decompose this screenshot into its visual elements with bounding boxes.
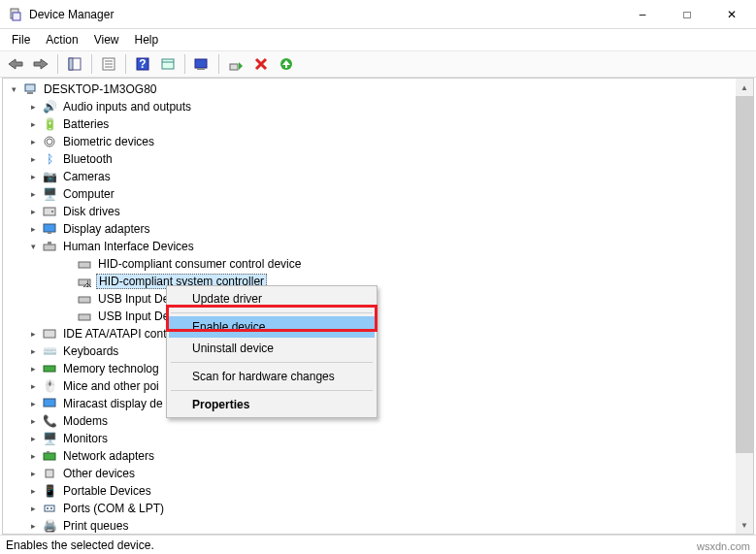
tree-panel: ▾ DESKTOP-1M3OG80 ▸🔊Audio inputs and out… (2, 78, 754, 535)
expander-closed-icon[interactable]: ▸ (26, 379, 40, 393)
menu-help[interactable]: Help (127, 31, 167, 49)
expander-closed-icon[interactable]: ▸ (26, 397, 40, 410)
show-hide-console-tree-icon[interactable] (63, 52, 86, 76)
expander-closed-icon[interactable]: ▸ (26, 170, 40, 183)
update-driver-icon[interactable] (275, 52, 298, 76)
menu-action[interactable]: Action (38, 31, 85, 49)
expander-closed-icon[interactable]: ▸ (26, 414, 40, 428)
menu-view[interactable]: View (86, 31, 127, 49)
context-enable-device[interactable]: Enable device (169, 316, 375, 338)
expander-closed-icon[interactable]: ▸ (26, 502, 40, 515)
camera-icon: 📷 (42, 169, 57, 184)
menu-bar: File Action View Help (0, 29, 756, 50)
tree-leaf-hid-consumer[interactable]: ▸HID-compliant consumer control device (3, 255, 736, 273)
svg-rect-29 (48, 232, 51, 234)
context-separator (171, 390, 373, 391)
back-button[interactable] (4, 52, 27, 76)
scrollbar-track[interactable] (736, 96, 753, 516)
action-icon[interactable] (156, 52, 180, 76)
menu-file[interactable]: File (4, 31, 38, 49)
properties-icon[interactable] (97, 52, 120, 76)
tree-node-audio[interactable]: ▸🔊Audio inputs and outputs (3, 98, 736, 115)
context-scan-hardware[interactable]: Scan for hardware changes (169, 366, 375, 387)
enable-device-icon[interactable] (224, 52, 247, 76)
tree-root[interactable]: ▾ DESKTOP-1M3OG80 (3, 81, 736, 98)
svg-marker-17 (239, 62, 243, 70)
tree-node-hid[interactable]: ▾Human Interface Devices (3, 238, 736, 255)
svg-rect-5 (69, 58, 73, 70)
expander-closed-icon[interactable]: ▸ (26, 152, 40, 166)
expander-closed-icon[interactable]: ▸ (26, 187, 40, 201)
expander-closed-icon[interactable]: ▸ (26, 344, 40, 358)
help-icon[interactable]: ? (131, 52, 154, 76)
window-title: Device Manager (29, 8, 620, 21)
tree-node-network[interactable]: ▸Network adapters (3, 447, 736, 465)
context-properties[interactable]: Properties (169, 394, 375, 415)
tree-node-batteries[interactable]: ▸🔋Batteries (3, 115, 736, 133)
status-text: Enables the selected device. (6, 538, 154, 552)
expander-closed-icon[interactable]: ▸ (26, 519, 40, 533)
expander-open-icon[interactable]: ▾ (7, 82, 20, 96)
scroll-down-icon[interactable]: ▼ (736, 516, 753, 534)
expander-open-icon[interactable]: ▾ (26, 240, 40, 253)
tree-root-label: DESKTOP-1M3OG80 (42, 82, 158, 96)
tree-node-biometric[interactable]: ▸Biometric devices (3, 133, 736, 150)
mouse-icon: 🖱️ (42, 378, 57, 394)
svg-rect-44 (45, 505, 54, 511)
expander-closed-icon[interactable]: ▸ (26, 117, 40, 131)
expander-closed-icon[interactable]: ▸ (26, 432, 40, 445)
tree-node-monitors[interactable]: ▸🖥️Monitors (3, 430, 736, 447)
vertical-scrollbar[interactable]: ▲ ▼ (736, 79, 753, 534)
svg-marker-2 (9, 59, 22, 69)
expander-closed-icon[interactable]: ▸ (26, 222, 40, 236)
svg-rect-32 (79, 262, 90, 268)
svg-rect-15 (197, 68, 205, 70)
tree-node-display[interactable]: ▸Display adapters (3, 220, 736, 238)
tree-node-print[interactable]: ▸🖨️Print queues (3, 517, 736, 534)
expander-closed-icon[interactable]: ▸ (26, 135, 40, 148)
expander-closed-icon[interactable]: ▸ (26, 100, 40, 114)
svg-rect-43 (46, 470, 53, 477)
expander-closed-icon[interactable]: ▸ (26, 484, 40, 498)
context-update-driver[interactable]: Update driver (169, 288, 375, 310)
bluetooth-icon: ᛒ (42, 151, 57, 167)
title-bar: Device Manager – □ ✕ (0, 0, 756, 29)
scan-hardware-icon[interactable] (190, 52, 214, 76)
expander-closed-icon[interactable]: ▸ (26, 467, 40, 480)
close-button[interactable]: ✕ (709, 0, 754, 29)
expander-closed-icon[interactable]: ▸ (26, 362, 40, 375)
svg-point-45 (47, 507, 49, 509)
toolbar-separator (125, 54, 126, 74)
network-icon (42, 448, 57, 464)
expander-closed-icon[interactable]: ▸ (26, 205, 40, 218)
scrollbar-thumb[interactable] (736, 96, 753, 453)
printer-icon: 🖨️ (42, 518, 57, 534)
tree-node-bluetooth[interactable]: ▸ᛒBluetooth (3, 150, 736, 168)
keyboard-icon: ⌨️ (42, 343, 57, 359)
watermark: wsxdn.com (697, 540, 750, 552)
toolbar-separator (91, 54, 92, 74)
uninstall-device-icon[interactable] (249, 52, 273, 76)
display-icon (42, 221, 57, 237)
svg-rect-39 (44, 366, 55, 372)
scroll-up-icon[interactable]: ▲ (736, 79, 753, 96)
monitor-icon: 🖥️ (42, 431, 57, 446)
tree-node-other[interactable]: ▸Other devices (3, 465, 736, 482)
expander-closed-icon[interactable]: ▸ (26, 449, 40, 463)
svg-point-46 (50, 507, 52, 509)
forward-button[interactable] (29, 52, 52, 76)
tree-node-disk[interactable]: ▸Disk drives (3, 203, 736, 220)
maximize-button[interactable]: □ (665, 0, 709, 29)
tree-node-computer[interactable]: ▸🖥️Computer (3, 185, 736, 203)
expander-closed-icon[interactable]: ▸ (26, 327, 40, 341)
computer-icon: 🖥️ (42, 186, 57, 202)
audio-icon: 🔊 (42, 99, 57, 114)
context-uninstall-device[interactable]: Uninstall device (169, 338, 375, 359)
tree-node-cameras[interactable]: ▸📷Cameras (3, 168, 736, 185)
minimize-button[interactable]: – (620, 0, 665, 29)
context-separator (171, 312, 373, 313)
tree-node-portable[interactable]: ▸📱Portable Devices (3, 482, 736, 500)
app-icon (8, 7, 23, 22)
tree-node-ports[interactable]: ▸Ports (COM & LPT) (3, 500, 736, 517)
svg-rect-41 (44, 453, 55, 460)
